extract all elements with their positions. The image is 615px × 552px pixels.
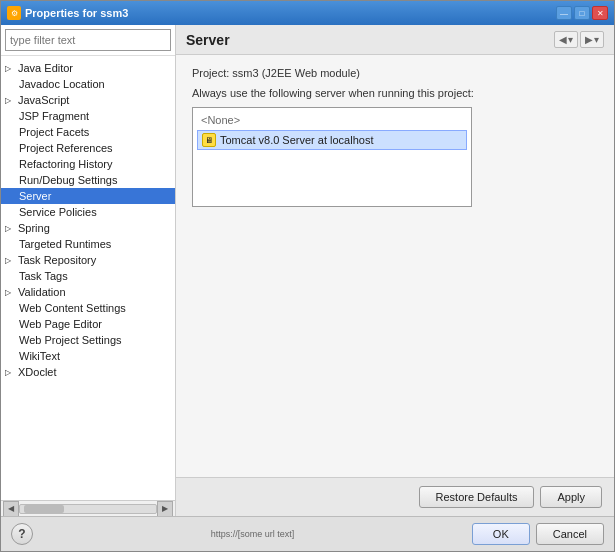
status-text: https://[some url text] [43, 529, 462, 539]
window-title: Properties for ssm3 [25, 7, 128, 19]
sidebar-item-label: Server [19, 190, 51, 202]
sidebar-item-javascript[interactable]: ▷ JavaScript [1, 92, 175, 108]
expand-arrow: ▷ [5, 224, 15, 233]
filter-box [1, 25, 175, 56]
sidebar-item-label: XDoclet [18, 366, 57, 378]
horizontal-scrollbar[interactable] [19, 504, 157, 514]
project-info: Project: ssm3 (J2EE Web module) [192, 67, 598, 79]
sidebar-item-label: Web Project Settings [19, 334, 122, 346]
help-button[interactable]: ? [11, 523, 33, 545]
panel-title: Server [186, 32, 230, 48]
server-none-option[interactable]: <None> [197, 112, 467, 128]
sidebar-item-label: WikiText [19, 350, 60, 362]
minimize-button[interactable]: — [556, 6, 572, 20]
cancel-button[interactable]: Cancel [536, 523, 604, 545]
sidebar-item-wikitext[interactable]: WikiText [1, 348, 175, 364]
sidebar-item-task-repository[interactable]: ▷ Task Repository [1, 252, 175, 268]
restore-defaults-button[interactable]: Restore Defaults [419, 486, 535, 508]
maximize-button[interactable]: □ [574, 6, 590, 20]
sidebar-item-jsp-fragment[interactable]: JSP Fragment [1, 108, 175, 124]
sidebar-item-xdoclet[interactable]: ▷ XDoclet [1, 364, 175, 380]
expand-arrow: ▷ [5, 288, 15, 297]
main-window: ⚙ Properties for ssm3 — □ ✕ ▷ Java Edito… [0, 0, 615, 552]
forward-arrow-icon: ▶ [585, 34, 593, 45]
expand-arrow: ▷ [5, 64, 15, 73]
sidebar-item-refactoring-history[interactable]: Refactoring History [1, 156, 175, 172]
sidebar-item-label: Project Facets [19, 126, 89, 138]
sidebar-item-web-project-settings[interactable]: Web Project Settings [1, 332, 175, 348]
back-arrow-icon: ◀ [559, 34, 567, 45]
content-area: ▷ Java Editor Javadoc Location ▷ JavaScr… [1, 25, 614, 516]
sidebar-item-spring[interactable]: ▷ Spring [1, 220, 175, 236]
sidebar-item-label: Spring [18, 222, 50, 234]
nav-back-button[interactable]: ◀ ▾ [554, 31, 578, 48]
title-bar: ⚙ Properties for ssm3 — □ ✕ [1, 1, 614, 25]
sidebar-item-label: Refactoring History [19, 158, 113, 170]
sidebar-item-label: Web Page Editor [19, 318, 102, 330]
sidebar-item-label: Service Policies [19, 206, 97, 218]
server-icon: 🖥 [202, 133, 216, 147]
scrollbar-thumb [24, 505, 64, 513]
expand-arrow: ▷ [5, 96, 15, 105]
back-dropdown-icon: ▾ [568, 34, 573, 45]
sidebar-item-targeted-runtimes[interactable]: Targeted Runtimes [1, 236, 175, 252]
server-list-container[interactable]: <None> 🖥 Tomcat v8.0 Server at localhost [192, 107, 472, 207]
bottom-right-buttons: OK Cancel [472, 523, 604, 545]
sidebar-item-javadoc-location[interactable]: Javadoc Location [1, 76, 175, 92]
sidebar-item-project-facets[interactable]: Project Facets [1, 124, 175, 140]
sidebar-item-java-editor[interactable]: ▷ Java Editor [1, 60, 175, 76]
server-item-label: Tomcat v8.0 Server at localhost [220, 134, 373, 146]
sidebar-item-task-tags[interactable]: Task Tags [1, 268, 175, 284]
sidebar-item-web-page-editor[interactable]: Web Page Editor [1, 316, 175, 332]
server-list-item[interactable]: 🖥 Tomcat v8.0 Server at localhost [197, 130, 467, 150]
sidebar-item-label: JavaScript [18, 94, 69, 106]
sidebar: ▷ Java Editor Javadoc Location ▷ JavaScr… [1, 25, 176, 516]
title-buttons: — □ ✕ [556, 6, 608, 20]
tree-area: ▷ Java Editor Javadoc Location ▷ JavaScr… [1, 56, 175, 500]
sidebar-item-run-debug-settings[interactable]: Run/Debug Settings [1, 172, 175, 188]
sidebar-item-label: Targeted Runtimes [19, 238, 111, 250]
sidebar-item-server[interactable]: Server [1, 188, 175, 204]
scroll-right-button[interactable]: ▶ [157, 501, 173, 517]
sidebar-item-validation[interactable]: ▷ Validation [1, 284, 175, 300]
panel-content: Project: ssm3 (J2EE Web module) Always u… [176, 55, 614, 477]
ok-button[interactable]: OK [472, 523, 530, 545]
sidebar-scrollbar-area: ◀ ▶ [1, 500, 175, 516]
window-icon: ⚙ [7, 6, 21, 20]
main-panel: Server ◀ ▾ ▶ ▾ Project: ssm3 (J2EE Web m… [176, 25, 614, 516]
forward-dropdown-icon: ▾ [594, 34, 599, 45]
nav-forward-button[interactable]: ▶ ▾ [580, 31, 604, 48]
sidebar-item-label: Task Tags [19, 270, 68, 282]
panel-buttons: Restore Defaults Apply [176, 477, 614, 516]
sidebar-item-label: JSP Fragment [19, 110, 89, 122]
always-use-label: Always use the following server when run… [192, 87, 598, 99]
sidebar-item-label: Java Editor [18, 62, 73, 74]
sidebar-item-label: Task Repository [18, 254, 96, 266]
sidebar-item-label: Run/Debug Settings [19, 174, 117, 186]
sidebar-item-label: Validation [18, 286, 66, 298]
sidebar-item-label: Web Content Settings [19, 302, 126, 314]
close-button[interactable]: ✕ [592, 6, 608, 20]
expand-arrow: ▷ [5, 368, 15, 377]
sidebar-item-label: Project References [19, 142, 113, 154]
title-bar-left: ⚙ Properties for ssm3 [7, 6, 128, 20]
sidebar-item-label: Javadoc Location [19, 78, 105, 90]
sidebar-item-project-references[interactable]: Project References [1, 140, 175, 156]
sidebar-item-service-policies[interactable]: Service Policies [1, 204, 175, 220]
apply-button[interactable]: Apply [540, 486, 602, 508]
panel-header: Server ◀ ▾ ▶ ▾ [176, 25, 614, 55]
scroll-left-button[interactable]: ◀ [3, 501, 19, 517]
filter-input[interactable] [5, 29, 171, 51]
navigation-arrows: ◀ ▾ ▶ ▾ [554, 31, 604, 48]
expand-arrow: ▷ [5, 256, 15, 265]
sidebar-item-web-content-settings[interactable]: Web Content Settings [1, 300, 175, 316]
bottom-bar: ? https://[some url text] OK Cancel [1, 516, 614, 551]
